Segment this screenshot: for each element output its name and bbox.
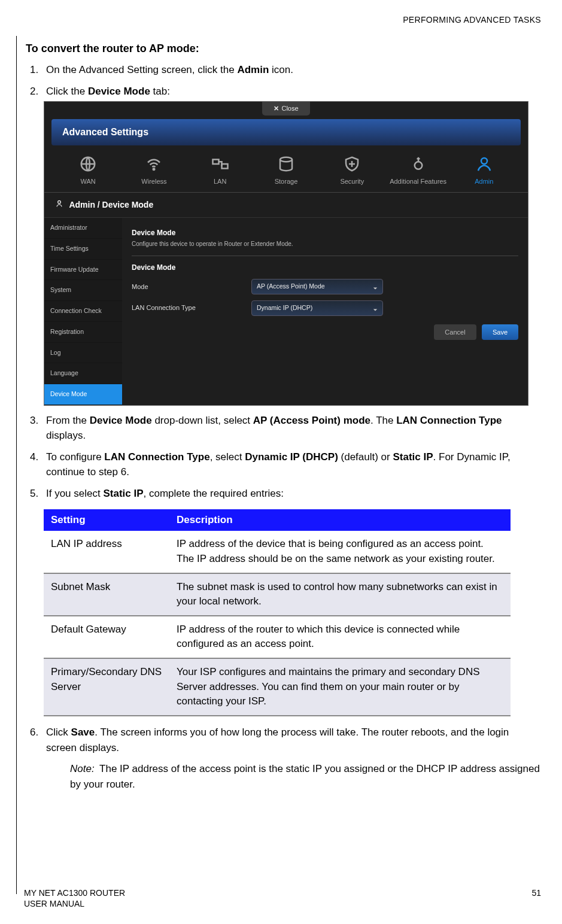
panel-title: Advanced Settings xyxy=(51,119,521,145)
svg-point-5 xyxy=(414,162,422,169)
sidebar-item-time[interactable]: Time Settings xyxy=(44,239,122,260)
settings-table: Setting Description LAN IP address IP ad… xyxy=(44,509,511,716)
sidebar-item-log[interactable]: Log xyxy=(44,343,122,364)
form-heading-2: Device Mode xyxy=(132,262,518,273)
step-2: Click the Device Mode tab: ✕Close Advanc… xyxy=(41,84,541,406)
user-icon xyxy=(475,155,493,173)
sidebar-item-administrator[interactable]: Administrator xyxy=(44,218,122,239)
form-subheading: Configure this device to operate in Rout… xyxy=(132,239,518,248)
router-screenshot: ✕Close Advanced Settings WAN Wireless LA… xyxy=(44,101,528,406)
chevron-down-icon xyxy=(373,284,378,289)
tab-admin[interactable]: Admin xyxy=(451,155,517,187)
svg-rect-3 xyxy=(221,164,227,169)
step-6: Click Save. The screen informs you of ho… xyxy=(41,725,541,792)
form-panel: Device Mode Configure this device to ope… xyxy=(122,218,528,405)
sidebar-item-system[interactable]: System xyxy=(44,280,122,301)
svg-rect-2 xyxy=(212,159,218,164)
plus-gear-icon xyxy=(409,155,427,173)
step-5: If you select Static IP, complete the re… xyxy=(41,486,541,501)
chapter-header: PERFORMING ADVANCED TASKS xyxy=(24,15,541,25)
svg-point-7 xyxy=(58,200,61,203)
divider xyxy=(132,256,518,256)
chevron-down-icon xyxy=(373,306,378,311)
sidebar-item-connection[interactable]: Connection Check xyxy=(44,301,122,322)
table-row: Subnet Mask The subnet mask is used to c… xyxy=(44,573,511,616)
sidebar-item-firmware[interactable]: Firmware Update xyxy=(44,260,122,281)
svg-point-1 xyxy=(153,168,155,170)
left-margin-rule xyxy=(16,36,17,894)
table-row: LAN IP address IP address of the device … xyxy=(44,531,511,573)
lan-type-dropdown[interactable]: Dynamic IP (DHCP) xyxy=(251,300,383,316)
sidebar-menu: Administrator Time Settings Firmware Upd… xyxy=(44,218,122,405)
table-header-row: Setting Description xyxy=(44,509,511,531)
procedure-title: To convert the router to AP mode: xyxy=(26,42,541,55)
tab-security[interactable]: Security xyxy=(319,155,385,187)
table-row: Default Gateway IP address of the router… xyxy=(44,616,511,658)
cancel-button[interactable]: Cancel xyxy=(434,324,476,341)
step-3: From the Device Mode drop-down list, sel… xyxy=(41,413,541,443)
user-small-icon xyxy=(55,199,63,211)
tab-wan[interactable]: WAN xyxy=(55,155,121,187)
shield-icon xyxy=(343,155,361,173)
sidebar-item-language[interactable]: Language xyxy=(44,363,122,384)
tab-wireless[interactable]: Wireless xyxy=(121,155,187,187)
close-button[interactable]: ✕Close xyxy=(262,102,310,116)
step-1: On the Advanced Setting screen, click th… xyxy=(41,62,541,78)
close-icon: ✕ xyxy=(274,105,279,112)
lan-type-label: LAN Connection Type xyxy=(132,303,251,313)
note: Note: The IP address of the access point… xyxy=(70,761,541,792)
breadcrumb: Admin / Device Mode xyxy=(44,193,528,218)
col-setting: Setting xyxy=(44,509,169,531)
step-4: To configure LAN Connection Type, select… xyxy=(41,449,541,480)
svg-point-4 xyxy=(280,157,292,162)
storage-icon xyxy=(277,155,295,173)
form-heading-1: Device Mode xyxy=(132,227,518,238)
save-button[interactable]: Save xyxy=(482,324,518,341)
mode-dropdown[interactable]: AP (Access Point) Mode xyxy=(251,279,383,294)
page-footer: MY NET AC1300 ROUTER USER MANUAL 51 xyxy=(24,887,541,909)
tab-additional[interactable]: Additional Features xyxy=(385,155,451,187)
tab-lan[interactable]: LAN xyxy=(187,155,253,187)
mode-label: Mode xyxy=(132,282,251,292)
lan-icon xyxy=(211,155,229,173)
wifi-icon xyxy=(145,155,163,173)
top-tabs: WAN Wireless LAN Storage xyxy=(44,149,528,193)
globe-icon xyxy=(79,155,97,173)
sidebar-item-device-mode[interactable]: Device Mode xyxy=(44,384,122,405)
footer-product: MY NET AC1300 ROUTER USER MANUAL xyxy=(24,887,125,909)
tab-storage[interactable]: Storage xyxy=(253,155,319,187)
table-row: Primary/Secondary DNS Server Your ISP co… xyxy=(44,658,511,716)
sidebar-item-registration[interactable]: Registration xyxy=(44,322,122,343)
page-number: 51 xyxy=(531,887,541,909)
col-description: Description xyxy=(169,509,511,531)
svg-point-6 xyxy=(481,158,487,164)
